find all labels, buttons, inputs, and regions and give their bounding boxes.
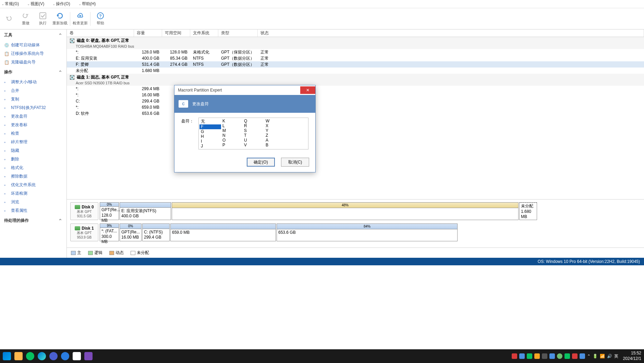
partition-box[interactable]: 9%*: (FAT...300.0 MB — [100, 223, 119, 241]
letter-option[interactable]: W — [264, 119, 286, 123]
battery-icon[interactable]: 🔋 — [593, 354, 598, 359]
tray-icon[interactable] — [512, 353, 517, 359]
ime-indicator[interactable]: 英 — [614, 353, 618, 359]
tray-icon[interactable] — [580, 353, 585, 359]
wechat-icon[interactable] — [26, 352, 34, 360]
table-row[interactable]: D: 软件653.6 GB10 — [67, 110, 644, 117]
cancel-button[interactable]: 取消(C) — [281, 158, 309, 167]
wifi-icon[interactable]: 📶 — [600, 354, 605, 359]
tray-icon[interactable] — [557, 353, 562, 359]
menu-view[interactable]: ⌄视图(V) — [27, 1, 48, 7]
letter-option[interactable]: H — [199, 134, 221, 139]
dialog-titlebar[interactable]: Macrorit Partition Expert ✕ — [174, 85, 315, 95]
tray-chevron-icon[interactable]: ⌃ — [587, 354, 591, 359]
disk-map-label[interactable]: Disk 1基本 GPT953.9 GB — [70, 223, 98, 241]
letter-option[interactable]: Y — [264, 128, 286, 133]
table-row[interactable]: *:659.0 MB84 — [67, 104, 644, 110]
sidebar-section-tools[interactable]: 工具⌃ — [0, 29, 66, 41]
letter-option[interactable]: L — [221, 123, 243, 128]
col-volume[interactable]: 卷 — [67, 29, 134, 37]
update-button[interactable]: 检查更新 — [72, 9, 89, 29]
sidebar-section-pending[interactable]: 待处理的操作⌃ — [0, 215, 66, 226]
letter-option[interactable]: P — [221, 143, 243, 147]
letter-option[interactable]: N — [221, 133, 243, 138]
table-row[interactable]: *:128.0 MB128.0 MB未格式化GPT（保留分区）正常 — [67, 49, 644, 55]
partition-box[interactable]: E: 应用安装(NTFS)400.0 GB — [120, 202, 171, 220]
tray-icon[interactable] — [549, 353, 555, 359]
partition-box[interactable]: 48% — [172, 202, 519, 220]
letter-option[interactable]: U — [243, 138, 264, 143]
col-filesystem[interactable]: 文件系统 — [190, 29, 218, 37]
table-row[interactable]: C:299.4 GB18 — [67, 98, 644, 104]
letter-option[interactable]: V — [243, 143, 264, 147]
app-icon-2[interactable] — [61, 352, 69, 360]
undo-button[interactable] — [0, 9, 17, 29]
letter-option[interactable]: O — [221, 138, 243, 143]
sidebar-item-op[interactable]: ▫查看属性 — [0, 206, 66, 215]
letter-listbox[interactable]: 无FGHIJKLMNOPQRSTUVWXYZAB — [198, 118, 308, 149]
partition-box[interactable]: 0%GPT(Re...16.00 MB — [120, 223, 142, 241]
table-row[interactable]: E: 应用安装400.0 GB85.34 GBNTFSGPT（数据分区）正常 — [67, 55, 644, 61]
partition-box[interactable]: C: (NTFS)299.4 GB — [142, 223, 170, 241]
explorer-icon[interactable] — [14, 352, 23, 360]
sidebar-item-op[interactable]: ▫优化文件系统 — [0, 181, 66, 189]
ok-button[interactable]: 确定(O) — [247, 158, 275, 167]
sidebar-item-op[interactable]: ▫擦除数据 — [0, 172, 66, 181]
tray-icon[interactable] — [534, 353, 540, 359]
letter-option[interactable]: B — [264, 143, 286, 147]
letter-option[interactable]: Z — [264, 133, 286, 138]
table-row[interactable]: 未分配1.680 MB — [67, 68, 644, 74]
letter-option[interactable]: 无 — [199, 119, 221, 124]
sidebar-item-op[interactable]: ▫格式化 — [0, 164, 66, 172]
letter-option[interactable]: A — [264, 138, 286, 143]
app-icon-3[interactable] — [73, 352, 81, 360]
close-button[interactable]: ✕ — [300, 86, 315, 94]
tray-icon[interactable] — [572, 353, 578, 359]
partition-box[interactable]: 0%GPT(Re...128.0 MB — [100, 202, 119, 220]
clock[interactable]: 15:52 2024/12/1 — [623, 351, 641, 361]
letter-option[interactable]: G — [199, 129, 221, 134]
letter-option[interactable]: I — [199, 139, 221, 144]
partition-box[interactable]: 84%653.6 GB — [277, 223, 458, 241]
partition-box[interactable]: 未分配1.680 MB — [519, 202, 537, 220]
sidebar-item-op[interactable]: ▫删除 — [0, 155, 66, 164]
sidebar-item-bootable[interactable]: 💿创建可启动媒体 — [0, 41, 66, 49]
help-button[interactable]: ? 帮助 — [92, 9, 109, 29]
col-status[interactable]: 状态 — [258, 29, 644, 37]
col-free[interactable]: 可用空间 — [162, 29, 190, 37]
table-row[interactable]: F: 爱卿531.4 GB274.4 GBNTFSGPT（数据分区）正常 — [67, 61, 644, 68]
sidebar-item-op[interactable]: ▫隐藏 — [0, 146, 66, 155]
letter-option[interactable]: R — [243, 123, 264, 128]
sidebar-item-op[interactable]: ▫调整大小/移动 — [0, 78, 66, 86]
tray-icon[interactable] — [519, 353, 525, 359]
table-row[interactable]: *:299.4 MB27 — [67, 86, 644, 92]
tray-icon[interactable] — [527, 353, 532, 359]
letter-option[interactable]: K — [221, 119, 243, 123]
letter-option[interactable]: S — [243, 128, 264, 133]
disk-header[interactable]: 💽磁盘 0: 硬盘, 基本 GPT, 正常 — [67, 37, 644, 44]
sidebar-item-migrate[interactable]: 📋迁移操作系统向导 — [0, 49, 66, 58]
sidebar-item-op[interactable]: ▫检查 — [0, 129, 66, 138]
sidebar-section-ops[interactable]: 操作⌃ — [0, 66, 66, 78]
sidebar-item-op[interactable]: ▫复制 — [0, 95, 66, 104]
disk-map-label[interactable]: Disk 0基本 GPT931.5 GB — [70, 202, 98, 220]
table-row[interactable]: *:16.00 MB16 — [67, 92, 644, 98]
col-type[interactable]: 类型 — [218, 29, 258, 37]
sidebar-item-op[interactable]: ▫碎片整理 — [0, 138, 66, 146]
sidebar-item-op[interactable]: ▫更改卷标 — [0, 121, 66, 129]
tray-icon[interactable] — [564, 353, 570, 359]
menu-operation[interactable]: ⌄操作(O) — [52, 1, 74, 7]
sidebar-item-op[interactable]: ▫更改盘符 — [0, 112, 66, 121]
redo-button[interactable]: 重做 — [17, 9, 34, 29]
letter-option[interactable]: F — [199, 124, 221, 129]
app-icon[interactable] — [49, 352, 58, 360]
letter-option[interactable]: Q — [243, 119, 264, 123]
letter-option[interactable]: M — [221, 128, 243, 133]
letter-option[interactable]: T — [243, 133, 264, 138]
sidebar-item-clone[interactable]: 📋克隆磁盘向导 — [0, 58, 66, 66]
tray-icon[interactable] — [542, 353, 547, 359]
sidebar-item-op[interactable]: ▫合并 — [0, 86, 66, 95]
edge-icon[interactable] — [38, 352, 46, 360]
partition-box[interactable]: 659.0 MB — [170, 223, 276, 241]
volume-icon[interactable]: 🔊 — [607, 354, 612, 359]
